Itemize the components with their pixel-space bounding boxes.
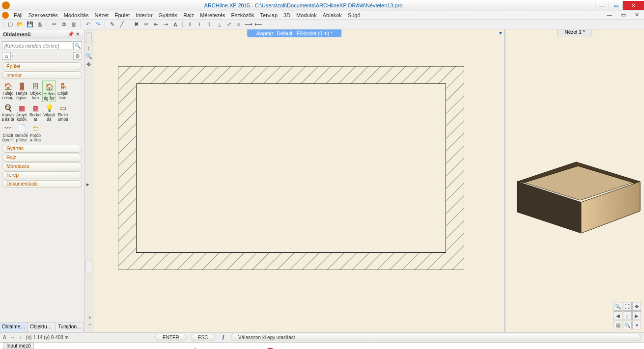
menu-edit[interactable]: Szerkesztés xyxy=(26,12,61,18)
status-icon-2[interactable]: ↔ xyxy=(10,335,15,340)
dim-6-icon[interactable]: ≡ xyxy=(235,21,243,28)
category-terep[interactable]: Terep xyxy=(2,171,82,179)
nav-zoom-out-icon[interactable]: 🔍 xyxy=(623,321,632,329)
tool-vilagitas[interactable]: 💡Világítás xyxy=(42,102,56,123)
panel-tab-oldalmenu[interactable]: Oldalmenü xyxy=(0,323,28,332)
zoom-out-icon[interactable]: − xyxy=(88,322,91,327)
panel-tab-tulajdonsag[interactable]: Tulajdonsá... xyxy=(56,323,84,332)
expand-arrow-icon[interactable]: ▸ xyxy=(86,181,89,188)
menu-manufacture[interactable]: Gyártás xyxy=(156,12,181,18)
nav-layers-icon[interactable]: ▤ xyxy=(614,321,622,329)
tool-burkolat[interactable]: ▩Burkolat xyxy=(28,102,42,123)
nav-dropdown-icon[interactable]: ▾ xyxy=(632,321,641,329)
dim-2-icon[interactable]: ⫲ xyxy=(196,21,203,28)
category-epulet[interactable]: Épület xyxy=(2,62,82,70)
minimize-button[interactable]: — xyxy=(595,1,609,10)
category-meretezes[interactable]: Méretezés xyxy=(2,162,82,170)
tool-helyisegfor[interactable]: 🏠Helyiség for xyxy=(42,81,56,102)
tool-objektum-1[interactable]: 🗄Objektum xyxy=(28,81,42,102)
arrow-updown-icon[interactable]: ↕ xyxy=(87,45,90,51)
menu-file[interactable]: Fájl xyxy=(11,12,26,18)
tool-5-icon[interactable]: A xyxy=(171,21,179,28)
menu-view[interactable]: Nézet xyxy=(91,12,112,18)
plan-view[interactable]: ↕ 🔍 ✥ Alaprajz -Default - Földszint (0 m… xyxy=(84,29,504,332)
menu-layout[interactable]: Tervlap xyxy=(257,12,280,18)
menu-modify[interactable]: Módosítás xyxy=(61,12,92,18)
nav-cube[interactable]: 🔍 ⛶ ✥ ◀ ⌂ ▶ ▤ 🔍 ▾ xyxy=(614,302,641,329)
dim-7-icon[interactable]: ⟶ xyxy=(245,21,252,28)
tool-4-icon[interactable]: ⇢ xyxy=(162,21,169,28)
menu-interior[interactable]: Interior xyxy=(133,12,155,18)
menu-building[interactable]: Épület xyxy=(112,12,133,18)
new-icon[interactable]: ▢ xyxy=(6,21,14,28)
gutter-scroll-handle[interactable] xyxy=(85,261,92,273)
print-icon[interactable]: 🖶 xyxy=(36,21,44,28)
menu-3d[interactable]: 3D xyxy=(280,12,293,18)
dim-3-icon[interactable]: ⟟ xyxy=(205,21,213,28)
tool-konyha[interactable]: 🍳Konyha és tá xyxy=(1,102,15,123)
pin-icon[interactable]: 📌 xyxy=(67,31,74,37)
tool-2-icon[interactable]: ✂ xyxy=(142,21,150,28)
undo-icon[interactable]: ↶ xyxy=(84,21,92,28)
tool-arnyekolok[interactable]: ▦Árnyékolók xyxy=(15,102,28,123)
tool-3-icon[interactable]: ⇤ xyxy=(152,21,160,28)
dim-4-icon[interactable]: ⟂ xyxy=(215,21,223,28)
status-icon-3[interactable]: ⟂ xyxy=(19,335,22,340)
drag-handle-icon[interactable] xyxy=(86,32,92,43)
tool-1-icon[interactable]: ✖ xyxy=(132,21,140,28)
nav-zoom-in-icon[interactable]: 🔍 xyxy=(614,302,622,311)
mdi-minimize-icon[interactable]: — xyxy=(604,12,615,18)
paste-icon[interactable]: ▥ xyxy=(70,21,78,28)
tool-belsoepitesz[interactable]: 📄Belsőépítész xyxy=(15,123,28,143)
mdi-restore-icon[interactable]: ▭ xyxy=(618,12,629,18)
menu-drawing[interactable]: Rajz xyxy=(180,12,197,18)
menu-windows[interactable]: Ablakok xyxy=(320,12,345,18)
category-dokumentacio[interactable]: Dokumentáció xyxy=(2,180,82,188)
search-icon[interactable]: 🔍 xyxy=(73,41,82,50)
panel-tab-objektum[interactable]: Objektumk... xyxy=(28,323,56,332)
tool-elektromos[interactable]: ▭Elektromos xyxy=(56,102,70,123)
category-interior[interactable]: Interior xyxy=(2,71,82,79)
menu-modules[interactable]: Modulok xyxy=(293,12,320,18)
close-button[interactable]: ✕ xyxy=(622,1,644,10)
tool-diszitoprofil[interactable]: 〰Díszítőprofil xyxy=(1,123,15,143)
menu-tools[interactable]: Eszközök xyxy=(228,12,257,18)
dim-1-icon[interactable]: ⫴ xyxy=(186,21,194,28)
search-input[interactable] xyxy=(2,41,72,50)
zoom-in-icon[interactable]: + xyxy=(88,315,91,321)
mdi-close-icon[interactable]: ✕ xyxy=(632,12,642,18)
home-icon[interactable]: ⌂ xyxy=(2,52,11,60)
dim-8-icon[interactable]: ⟵ xyxy=(254,21,262,28)
zoom-tool-icon[interactable]: 🔍 xyxy=(85,53,92,59)
tool-helyisegvar[interactable]: 🚪Helyiségvar xyxy=(15,81,28,102)
enter-button[interactable]: ENTER xyxy=(155,334,187,341)
nav-pan-icon[interactable]: ✥ xyxy=(632,302,641,311)
brush-icon[interactable]: ╱ xyxy=(118,21,126,28)
tool-objektum-2[interactable]: 🪑Objektum xyxy=(56,81,70,102)
tool-fotoba[interactable]: 🗀Fotóba-illes xyxy=(28,123,42,143)
status-icon-1[interactable]: A xyxy=(3,335,6,340)
nav-right-icon[interactable]: ▶ xyxy=(632,311,641,320)
menu-help[interactable]: Súgó xyxy=(345,12,364,18)
nav-fit-icon[interactable]: ⛶ xyxy=(623,302,632,311)
maximize-button[interactable]: ▭ xyxy=(609,1,622,10)
cut-icon[interactable]: ✂ xyxy=(50,21,58,28)
nav-home-icon[interactable]: ⌂ xyxy=(623,311,632,320)
open-icon[interactable]: 📂 xyxy=(16,21,24,28)
pan-tool-icon[interactable]: ✥ xyxy=(86,61,91,68)
view-3d[interactable]: Nézet 1 * xyxy=(504,29,644,332)
category-rajz[interactable]: Rajz xyxy=(2,154,82,161)
app-menu-icon[interactable] xyxy=(2,12,9,19)
gear-icon[interactable]: ⚙ xyxy=(73,52,82,60)
tool-tulajdonsag[interactable]: 🏠Tulajdonság xyxy=(1,81,15,102)
dim-5-icon[interactable]: ⤢ xyxy=(225,21,233,28)
copy-icon[interactable]: ⧉ xyxy=(60,21,68,28)
menu-dimension[interactable]: Méretezés xyxy=(197,12,228,18)
category-gyartas[interactable]: Gyártás xyxy=(2,145,82,153)
save-icon[interactable]: 💾 xyxy=(26,21,34,28)
panel-close-icon[interactable]: ✕ xyxy=(74,31,81,37)
view3d-tab[interactable]: Nézet 1 * xyxy=(557,29,592,36)
redo-icon[interactable]: ↷ xyxy=(94,21,102,28)
esc-button[interactable]: ESC xyxy=(191,334,216,341)
pen-icon[interactable]: ✎ xyxy=(108,21,116,28)
